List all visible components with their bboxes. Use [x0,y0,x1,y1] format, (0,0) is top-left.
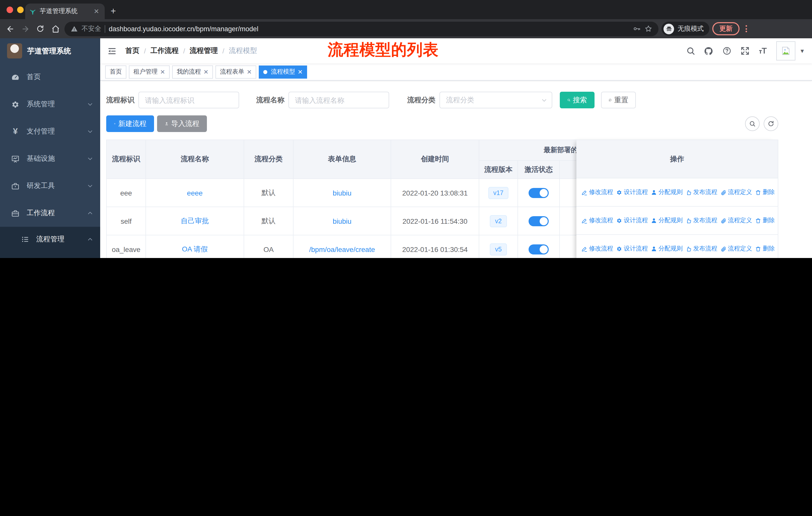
action-process-definition[interactable]: 流程定义 [720,188,752,196]
sidebar-item-payment[interactable]: ¥ 支付管理 [0,118,100,145]
sidebar-item-devtools[interactable]: 研发工具 [0,172,100,199]
home-icon[interactable] [49,23,61,35]
browser-tab[interactable]: 芋道管理系统 ✕ [25,3,105,19]
form-info-link[interactable]: /bpm/oa/leave/create [309,245,375,253]
action-process-definition[interactable]: 流程定义 [720,244,752,253]
action-edit-process[interactable]: 修改流程 [581,244,613,253]
help-icon[interactable] [722,46,731,56]
process-key-input[interactable] [139,92,239,108]
github-icon[interactable] [704,46,713,56]
url-bar[interactable]: 不安全 dashboard.yudao.iocoder.cn/bpm/manag… [64,21,659,36]
process-name-link[interactable]: eeee [187,189,203,197]
tag-close-icon[interactable]: ✕ [297,68,302,75]
action-assign-rule[interactable]: 分配规则 [651,244,683,253]
cell-create-time: 2022-01-16 01:30:54 [391,235,479,258]
reload-icon[interactable] [34,23,46,35]
action-publish-process[interactable]: 发布流程 [686,244,717,253]
sidebar-item-home[interactable]: 首页 [0,63,100,91]
action-assign-rule[interactable]: 分配规则 [651,188,683,196]
close-window-button[interactable] [6,6,13,13]
version-tag: v2 [490,215,507,227]
action-delete[interactable]: 删除 [755,188,775,196]
active-toggle[interactable] [529,216,549,226]
tag-process-model[interactable]: 流程模型✕ [259,65,307,78]
col-header-form: 表单信息 [293,140,391,179]
process-name-link[interactable]: OA 请假 [182,245,208,254]
action-edit-process[interactable]: 修改流程 [581,188,613,196]
cell-process-name: eeee [146,179,244,207]
caret-down-icon[interactable]: ▼ [800,48,805,54]
sidebar: 芋道管理系统 首页 系统管理 ¥ 支付管理 基础设施 [0,38,100,258]
process-name-input[interactable] [288,92,389,108]
tag-close-icon[interactable]: ✕ [247,68,252,75]
fullscreen-icon[interactable] [740,46,750,56]
form-info-link[interactable]: biubiu [333,217,352,225]
monitor-icon [11,155,20,163]
action-edit-process[interactable]: 修改流程 [581,216,613,225]
category-select[interactable]: 流程分类 [439,92,552,108]
sidebar-item-label: 基础设施 [27,154,80,163]
action-publish-process[interactable]: 发布流程 [686,188,717,196]
action-assign-rule[interactable]: 分配规则 [651,216,683,225]
sidebar-item-workflow[interactable]: 工作流程 [0,199,100,227]
create-process-button[interactable]: 新建流程 [106,115,154,132]
breadcrumb-home[interactable]: 首页 [125,46,140,55]
sidebar-item-process-mgmt[interactable]: 流程管理 [0,227,100,252]
tag-tenant[interactable]: 租户管理✕ [129,65,170,78]
tab-close-icon[interactable]: ✕ [92,7,101,15]
tag-process-form[interactable]: 流程表单✕ [215,65,256,78]
search-icon [567,97,570,103]
thumbs-up-icon [686,246,692,252]
breadcrumb-process-mgmt[interactable]: 流程管理 [190,46,218,55]
toggle-search-button[interactable] [745,116,760,131]
filter-form: 流程标识 流程名称 流程分类 流程分类 搜索 重置 [106,92,806,108]
tag-home[interactable]: 首页 [105,65,126,78]
security-warning-icon[interactable] [70,25,78,32]
bookmark-star-icon[interactable] [644,25,652,33]
trash-icon [755,246,761,252]
active-toggle[interactable] [529,188,549,198]
active-toggle[interactable] [529,244,549,254]
tag-close-icon[interactable]: ✕ [203,68,208,75]
refresh-table-button[interactable] [764,116,778,131]
cell-process-name: 自己审批 [146,207,244,235]
action-process-definition[interactable]: 流程定义 [720,216,752,225]
font-size-icon[interactable] [758,46,768,56]
forward-icon[interactable] [19,23,31,35]
tag-close-icon[interactable]: ✕ [160,68,165,75]
action-delete[interactable]: 删除 [755,216,775,225]
sidebar-item-infra[interactable]: 基础设施 [0,145,100,172]
action-design-process[interactable]: 设计流程 [616,188,648,196]
action-delete[interactable]: 删除 [755,244,775,253]
avatar[interactable] [776,41,795,60]
pencil-icon [581,189,587,195]
reset-button[interactable]: 重置 [601,92,636,108]
action-design-process[interactable]: 设计流程 [616,244,648,253]
url-text[interactable]: dashboard.yudao.iocoder.cn/bpm/manager/m… [109,25,629,32]
sidebar-item-process-form[interactable]: 流程表单 [0,252,100,258]
tag-my-process[interactable]: 我的流程✕ [172,65,213,78]
key-icon[interactable] [633,25,641,33]
sidebar-item-system[interactable]: 系统管理 [0,91,100,118]
gear-icon [616,217,622,223]
form-info-link[interactable]: biubiu [333,189,352,197]
action-design-process[interactable]: 设计流程 [616,216,648,225]
minimize-window-button[interactable] [17,6,24,13]
search-button[interactable]: 搜索 [560,92,594,108]
action-publish-process[interactable]: 发布流程 [686,216,717,225]
new-tab-button[interactable]: + [107,4,120,18]
import-process-button[interactable]: 导入流程 [157,115,207,132]
incognito-label: 无痕模式 [677,24,704,33]
process-name-link[interactable]: 自己审批 [181,216,209,225]
update-button[interactable]: 更新 [712,22,740,35]
back-icon[interactable] [4,23,16,35]
search-icon[interactable] [686,46,695,56]
yen-icon: ¥ [11,127,20,136]
app-logo[interactable]: 芋道管理系统 [0,38,100,63]
browser-menu-icon[interactable] [743,25,750,32]
sidebar-fold-icon[interactable] [106,45,117,56]
tag-label: 流程表单 [220,67,244,76]
breadcrumb-workflow[interactable]: 工作流程 [150,46,179,55]
cell-form-info: biubiu [293,179,391,207]
search-icon [749,120,756,127]
